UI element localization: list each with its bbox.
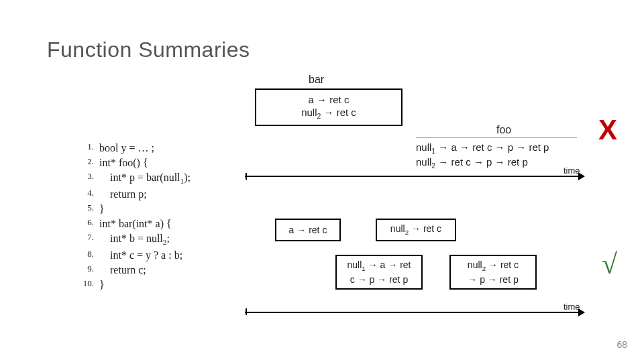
- code-line: 9. return c;: [74, 263, 191, 278]
- code-line: 8. int* c = y ? a : b;: [74, 248, 191, 263]
- timeline-axis-lower: [245, 312, 580, 313]
- code-text: }: [99, 202, 105, 217]
- foo-label: foo: [496, 124, 511, 136]
- bar-label: bar: [309, 74, 324, 86]
- code-text: return p;: [99, 187, 147, 202]
- code-line: 4. return p;: [74, 187, 191, 202]
- line-number: 3.: [74, 170, 94, 187]
- line-number: 1.: [74, 141, 94, 156]
- code-text: int* b = null2;: [99, 231, 170, 248]
- code-line: 2.int* foo() {: [74, 156, 191, 170]
- txt: null2 → ret c: [390, 223, 441, 237]
- txt: null2 → ret c → p → ret p: [468, 259, 519, 286]
- txt: → ret c: [409, 223, 441, 234]
- line-number: 4.: [74, 187, 94, 202]
- summary-step-box: null2 → ret c → p → ret p: [449, 255, 537, 290]
- summary-step-box: a → ret c: [275, 219, 341, 241]
- summary-step-box: null1 → a → ret c → p → ret p: [335, 255, 423, 290]
- foo-summary-block: null1 → a → ret c → p → ret p null2 → re…: [416, 141, 549, 170]
- line-number: 10.: [74, 278, 94, 292]
- code-line: 7. int* b = null2;: [74, 231, 191, 248]
- txt: null: [416, 156, 431, 168]
- txt: → p → ret p: [468, 274, 519, 286]
- txt: null: [468, 259, 482, 270]
- code-line: 5.}: [74, 202, 191, 217]
- slide-title: Function Summaries: [47, 38, 250, 62]
- code-text: int* c = y ? a : b;: [99, 248, 182, 263]
- line-number: 6.: [74, 217, 94, 231]
- code-line: 6.int* bar(int* a) {: [74, 217, 191, 231]
- txt: );: [184, 172, 191, 183]
- timeline-axis-upper: [245, 176, 580, 177]
- txt: ;: [166, 233, 169, 244]
- line-number: 8.: [74, 248, 94, 263]
- code-text: bool y = … ;: [99, 141, 154, 156]
- txt: null1 → a → ret c → p → ret p: [347, 259, 411, 286]
- code-text: }: [99, 278, 105, 292]
- code-text: int* bar(int* a) {: [99, 217, 172, 231]
- txt: → ret c: [486, 259, 519, 270]
- code-line: 1.bool y = … ;: [74, 141, 191, 156]
- txt: int* p = bar(null: [99, 172, 180, 183]
- txt: null: [301, 107, 317, 118]
- code-text: int* p = bar(null1);: [99, 170, 191, 187]
- line-number: 9.: [74, 263, 94, 278]
- txt: → ret c → p → ret p: [435, 156, 528, 168]
- bar-summary-line1: a → ret c: [309, 93, 350, 107]
- line-number: 5.: [74, 202, 94, 217]
- summary-step-box: null2 → ret c: [376, 219, 456, 241]
- code-text: return c;: [99, 263, 146, 278]
- foo-underline: [416, 137, 577, 138]
- txt: → a → ret: [366, 259, 411, 270]
- time-label-lower: time: [564, 302, 580, 312]
- axis-tick: [246, 308, 247, 315]
- line-number: 7.: [74, 231, 94, 248]
- bar-summary-box: a → ret c null2 → ret c: [255, 88, 402, 126]
- txt: a → ret c: [289, 224, 327, 236]
- txt: null: [390, 223, 405, 234]
- txt: c → p → ret p: [347, 274, 411, 286]
- time-label-upper: time: [564, 166, 580, 176]
- check-icon: √: [602, 248, 617, 280]
- foo-summary-line1: null1 → a → ret c → p → ret p: [416, 141, 549, 156]
- txt: null: [416, 141, 431, 153]
- txt: null: [347, 259, 362, 270]
- line-number: 2.: [74, 156, 94, 170]
- bar-summary-line2: null2 → ret c: [301, 106, 356, 121]
- cross-icon: X: [598, 114, 617, 146]
- code-text: int* foo() {: [99, 156, 148, 170]
- txt: → a → ret c → p → ret p: [435, 141, 549, 153]
- txt: int* b = null: [99, 233, 163, 244]
- code-line: 3. int* p = bar(null1);: [74, 170, 191, 187]
- foo-summary-line2: null2 → ret c → p → ret p: [416, 156, 549, 170]
- txt: → ret c: [321, 107, 356, 118]
- code-line: 10.}: [74, 278, 191, 292]
- page-number: 68: [616, 339, 627, 350]
- code-listing: 1.bool y = … ; 2.int* foo() { 3. int* p …: [74, 141, 191, 292]
- axis-tick: [246, 173, 247, 180]
